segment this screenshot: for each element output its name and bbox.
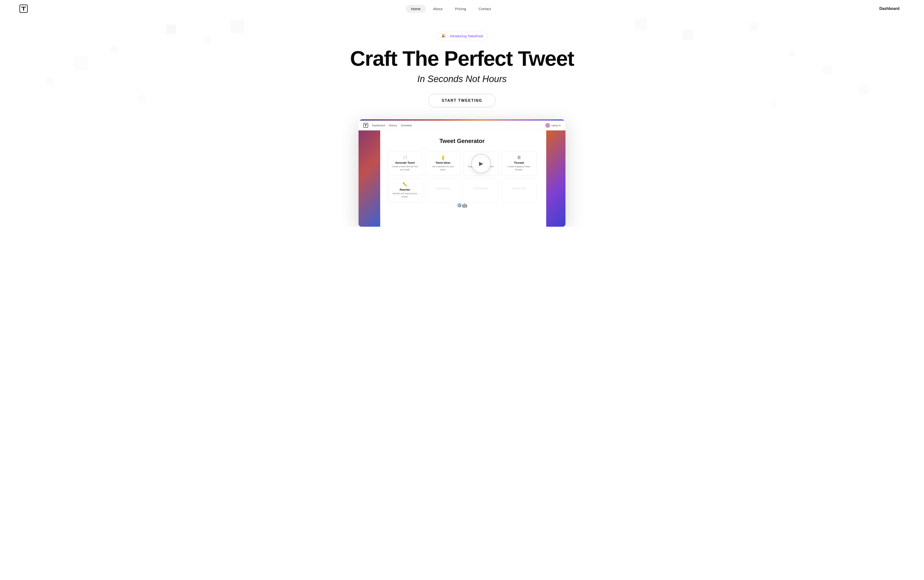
spinner-arrow: ▶ (479, 160, 483, 167)
tweet-card-generate[interactable]: 📄 Generate Tweet Create a tweet directly… (387, 152, 423, 176)
ideas-title: Tweet Ideas (429, 161, 457, 164)
navbar: Home About Pricing Contact Dashboard (0, 0, 924, 17)
coming-soon-3: Coming Soon (505, 187, 533, 189)
nav-pricing[interactable]: Pricing (450, 5, 471, 13)
coming-soon-2: Coming Soon (467, 187, 495, 189)
start-tweeting-button[interactable]: START TWEETING (428, 94, 496, 107)
threads-desc: Create engaging Twitter threads. (505, 165, 533, 171)
mockup-nav-schedule[interactable]: Schedule (401, 124, 412, 127)
tweet-card-tweet[interactable]: 🔗 Tweet Engage through conditions. ▶ (463, 152, 499, 176)
dashboard-mockup: Dashboard History Schedule carlos ▾ Twee… (359, 119, 565, 227)
mockup-content: Tweet Generator 📄 Generate Tweet Create … (359, 130, 565, 227)
logo[interactable] (19, 4, 28, 13)
generate-icon: 📄 (391, 155, 419, 160)
ideas-desc: Get inspiration for your tweet. (429, 165, 457, 171)
mockup-inner: Dashboard History Schedule carlos ▾ Twee… (359, 120, 565, 227)
threads-icon: ☰ (505, 155, 533, 160)
threads-title: Threads (505, 161, 533, 164)
avatar (545, 123, 550, 128)
svg-rect-5 (366, 124, 366, 127)
username: carlos ▾ (552, 124, 561, 127)
robot-icon-area: ⚙️🤖 (387, 203, 537, 213)
spinner-overlay: ▶ (471, 154, 491, 173)
tweet-card-coming-3: Coming Soon (501, 179, 537, 203)
nav-links: Home About Pricing Contact (406, 5, 496, 13)
tweet-generator-title: Tweet Generator (387, 138, 537, 144)
mockup-nav-history[interactable]: History (389, 124, 397, 127)
hero-title: Craft The Perfect Tweet (5, 48, 919, 69)
generate-desc: Create a tweet directly from your draft. (391, 165, 419, 171)
mockup-topbar: Dashboard History Schedule carlos ▾ (359, 120, 565, 130)
badge-text: Introducing TweetFast (450, 34, 483, 38)
tweet-card-rewriter[interactable]: ✏️ Rewriter Rewrite and improve your twe… (387, 179, 423, 203)
nav-home[interactable]: Home (406, 5, 426, 13)
nav-dashboard[interactable]: Dashboard (874, 5, 905, 13)
tweet-card-coming-2: Coming Soon (463, 179, 499, 203)
rewriter-title: Rewriter (391, 188, 419, 191)
robot-icon: ⚙️🤖 (457, 203, 467, 208)
tweet-cards-grid: 📄 Generate Tweet Create a tweet directly… (387, 152, 537, 203)
tweet-card-threads[interactable]: ☰ Threads Create engaging Twitter thread… (501, 152, 537, 176)
mockup-user: carlos ▾ (545, 123, 561, 128)
coming-soon-1: Coming Soon (429, 187, 457, 189)
badge-emoji: 🎉 (441, 34, 446, 38)
tweet-card-coming-1: Coming Soon (425, 179, 461, 203)
mockup-nav-left: Dashboard History Schedule (363, 123, 412, 128)
intro-badge: 🎉 Introducing TweetFast (436, 32, 488, 40)
nav-contact[interactable]: Contact (473, 5, 496, 13)
mockup-nav-dashboard[interactable]: Dashboard (372, 124, 385, 127)
rewriter-icon: ✏️ (391, 182, 419, 187)
tweet-card-ideas[interactable]: 💡 Tweet Ideas Get inspiration for your t… (425, 152, 461, 176)
spinner-circle: ▶ (471, 154, 491, 173)
rewriter-desc: Rewrite and improve your tweets. (391, 192, 419, 198)
hero-section: 🎉 Introducing TweetFast Craft The Perfec… (0, 17, 924, 227)
hero-subtitle: In Seconds Not Hours (5, 74, 919, 84)
nav-about[interactable]: About (428, 5, 448, 13)
ideas-icon: 💡 (429, 155, 457, 160)
badge-divider (448, 34, 448, 38)
svg-rect-2 (23, 7, 24, 11)
generate-title: Generate Tweet (391, 161, 419, 164)
